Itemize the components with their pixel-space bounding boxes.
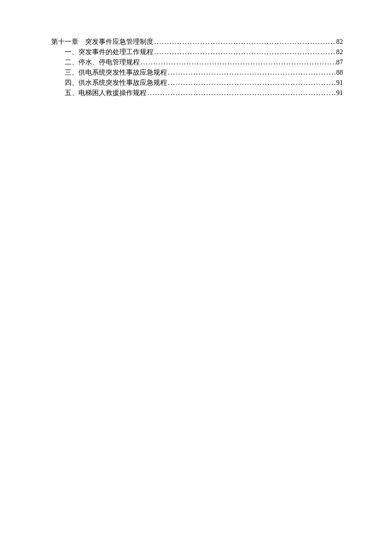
toc-title: 三、供电系统突发性事故应急规程 (65, 67, 167, 78)
toc-dots (167, 67, 336, 78)
toc-entry-section: 一、突发事件的处理工作规程 82 (51, 47, 343, 57)
toc-page: 91 (336, 78, 343, 88)
toc-title: 四、供水系统突发性事故应急规程 (65, 78, 167, 88)
toc-title: 一、突发事件的处理工作规程 (65, 47, 153, 57)
toc-title: 五、电梯困人救援操作规程 (65, 88, 147, 98)
toc-entry-section: 五、电梯困人救援操作规程 91 (51, 88, 343, 98)
toc-title: 二、停水、停电管理规程 (65, 57, 140, 67)
toc-page: 91 (336, 88, 343, 98)
toc-entry-section: 四、供水系统突发性事故应急规程 91 (51, 78, 343, 88)
toc-container: 第十一章 突发事件应急管理制度 82 一、突发事件的处理工作规程 82 二、停水… (51, 37, 343, 98)
toc-dots (140, 57, 336, 67)
toc-page: 88 (336, 67, 343, 78)
toc-page: 82 (336, 47, 343, 57)
toc-title: 第十一章 突发事件应急管理制度 (51, 37, 153, 47)
toc-dots (147, 88, 336, 98)
toc-entry-section: 三、供电系统突发性事故应急规程 88 (51, 67, 343, 78)
toc-dots (153, 37, 336, 47)
toc-dots (167, 78, 336, 88)
toc-entry-chapter: 第十一章 突发事件应急管理制度 82 (51, 37, 343, 47)
toc-dots (153, 47, 336, 57)
toc-page: 87 (336, 57, 343, 67)
toc-page: 82 (336, 37, 343, 47)
toc-entry-section: 二、停水、停电管理规程 87 (51, 57, 343, 67)
